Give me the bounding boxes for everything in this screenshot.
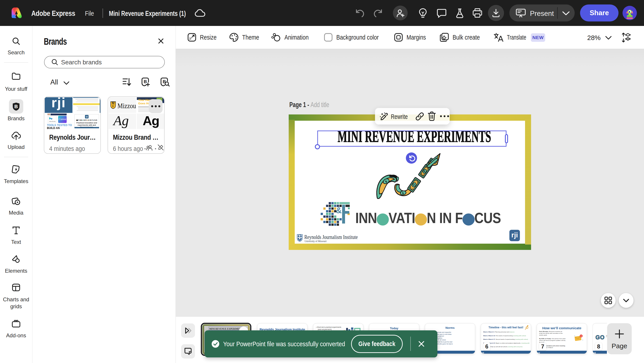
svg-text:U: U [112, 105, 114, 108]
svg-text:VideoScribe: VideoScribe [49, 121, 56, 122]
svg-text:1: 1 [581, 335, 582, 337]
svg-text:&: & [336, 206, 342, 215]
svg-text:Page: Page [612, 342, 627, 350]
svg-text:B: B [14, 104, 18, 109]
svg-text:B: B [144, 79, 147, 84]
